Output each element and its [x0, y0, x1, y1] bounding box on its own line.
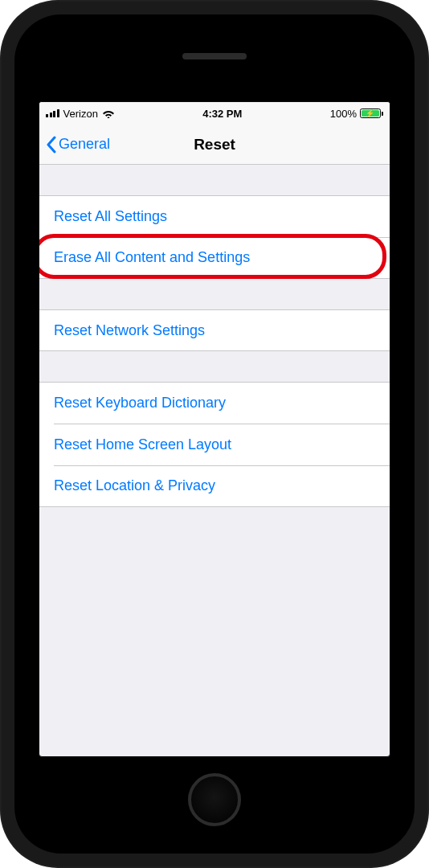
- back-button[interactable]: General: [46, 136, 110, 154]
- cell-signal-icon: [46, 109, 59, 117]
- row-label: Reset Keyboard Dictionary: [54, 395, 226, 411]
- status-bar: Verizon 4:32 PM 100% ⚡: [39, 102, 390, 125]
- battery-icon: ⚡: [360, 108, 383, 118]
- row-label: Reset Location & Privacy: [54, 477, 215, 494]
- group-3: Reset Keyboard Dictionary Reset Home Scr…: [39, 382, 390, 507]
- screen: Verizon 4:32 PM 100% ⚡: [39, 101, 390, 757]
- settings-list: Reset All Settings Erase All Content and…: [39, 195, 390, 507]
- row-label: Reset Network Settings: [54, 322, 205, 339]
- row-reset-all-settings[interactable]: Reset All Settings: [39, 195, 390, 237]
- device-frame: Verizon 4:32 PM 100% ⚡: [0, 0, 429, 868]
- wifi-icon: [102, 108, 115, 118]
- row-reset-home-layout[interactable]: Reset Home Screen Layout: [39, 424, 390, 465]
- chevron-left-icon: [46, 136, 57, 154]
- group-1: Reset All Settings Erase All Content and…: [39, 195, 390, 279]
- battery-pct: 100%: [330, 108, 357, 120]
- device-bezel: Verizon 4:32 PM 100% ⚡: [14, 14, 415, 854]
- row-label: Erase All Content and Settings: [54, 249, 250, 266]
- row-reset-network-settings[interactable]: Reset Network Settings: [39, 309, 390, 351]
- earpiece-speaker: [182, 53, 247, 59]
- charging-bolt-icon: ⚡: [366, 110, 374, 117]
- row-reset-keyboard-dict[interactable]: Reset Keyboard Dictionary: [39, 382, 390, 424]
- row-label: Reset Home Screen Layout: [54, 436, 231, 453]
- row-reset-location-privacy[interactable]: Reset Location & Privacy: [39, 465, 390, 507]
- group-2: Reset Network Settings: [39, 309, 390, 351]
- back-label: General: [59, 136, 110, 153]
- row-erase-all-content[interactable]: Erase All Content and Settings: [39, 237, 390, 279]
- row-label: Reset All Settings: [54, 208, 167, 225]
- home-button[interactable]: [188, 773, 241, 826]
- carrier-label: Verizon: [63, 108, 98, 120]
- clock: 4:32 PM: [202, 108, 242, 120]
- nav-bar: General Reset: [39, 125, 390, 165]
